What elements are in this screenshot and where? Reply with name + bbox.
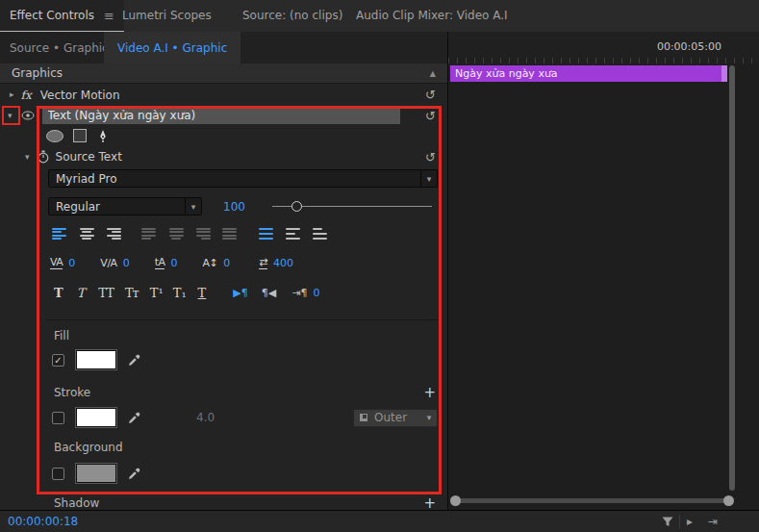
add-shadow-button[interactable]: + [423,496,436,510]
annotation-box-small [2,106,20,125]
chevron-down-icon[interactable]: ▾ [25,153,30,162]
fx-badge-icon[interactable]: fx [21,89,32,102]
tab-effect-controls[interactable]: Effect Controls ≡ [0,0,124,32]
vertical-scrollbar[interactable] [729,65,735,491]
current-timecode[interactable]: 00:00:00:18 [8,515,78,528]
filter-funnel-icon[interactable] [662,517,673,527]
panel-tab-bar: Effect Controls ≡ Lumetri Scopes Source:… [0,0,759,33]
zoom-handle-right[interactable] [723,495,734,506]
tab-video-graphic[interactable]: Video A.I • Graphic [104,32,240,63]
vector-motion-row[interactable]: ▸ fx Vector Motion ↺ [0,84,447,106]
status-bar: 00:00:00:18 ▸ ⇥ [0,510,759,532]
step-forward-icon[interactable]: ⇥ [708,515,718,528]
vector-motion-label[interactable]: Vector Motion [40,89,120,102]
tab-source-graphic[interactable]: Source • Graphic [10,41,109,55]
tab-effect-controls-label: Effect Controls [10,9,94,22]
effect-toggle-eye-icon[interactable] [21,111,35,120]
panel-menu-icon[interactable]: ≡ [104,9,114,23]
zoom-handle-left[interactable] [450,495,461,506]
tab-source-monitor[interactable]: Source: (no clips) [242,9,342,22]
premiere-effect-controls-window: Effect Controls ≡ Lumetri Scopes Source:… [0,0,759,532]
play-edit-icon[interactable]: ▸ [687,515,693,528]
timeline-ruler[interactable]: 00:00:05:00 [447,32,759,64]
clip-tab-row: Source • Graphic Video A.I • Graphic [0,32,447,64]
clip-right-handle[interactable] [721,65,727,82]
scroll-up-icon[interactable]: ▲ [430,69,436,78]
tab-lumetri-scopes[interactable]: Lumetri Scopes [122,9,212,22]
chevron-right-icon[interactable]: ▸ [10,90,14,99]
timeline-panel[interactable]: Ngày xửa ngày xưa [447,63,759,510]
tab-audio-clip-mixer[interactable]: Audio Clip Mixer: Video A.I [356,9,508,22]
graphic-clip-label: Ngày xửa ngày xưa [455,67,558,80]
shadow-label: Shadow [54,496,99,510]
status-bar-divider [679,515,680,528]
effects-section-header[interactable]: Graphics ▲ [0,63,447,84]
shadow-header-row: Shadow + [0,496,447,510]
tab-video-graphic-label: Video A.I • Graphic [117,41,227,55]
annotation-box-large [37,106,442,494]
graphic-clip[interactable]: Ngày xửa ngày xưa [450,65,721,82]
effects-section-label: Graphics [12,66,63,80]
zoom-scrollbar-track[interactable] [456,498,729,503]
reset-icon[interactable]: ↺ [425,89,436,101]
ruler-timecode: 00:00:05:00 [657,40,721,53]
